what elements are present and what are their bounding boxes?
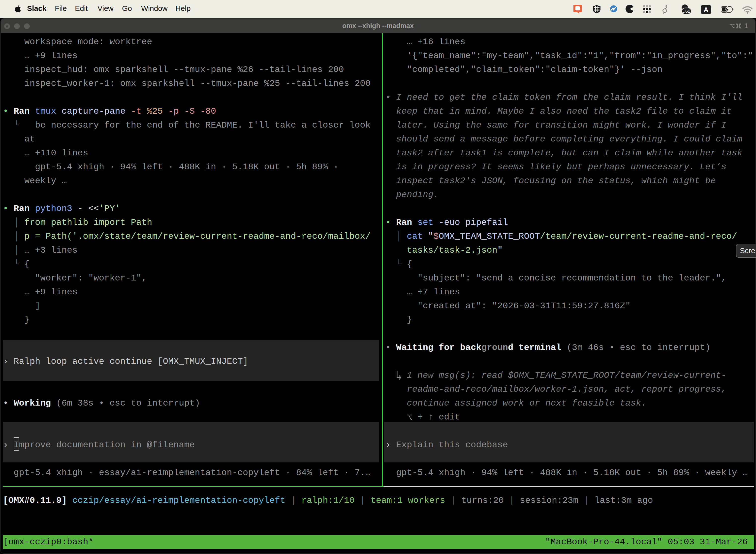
svg-text:..61: ..61	[683, 9, 690, 14]
svg-text:A: A	[704, 6, 708, 13]
